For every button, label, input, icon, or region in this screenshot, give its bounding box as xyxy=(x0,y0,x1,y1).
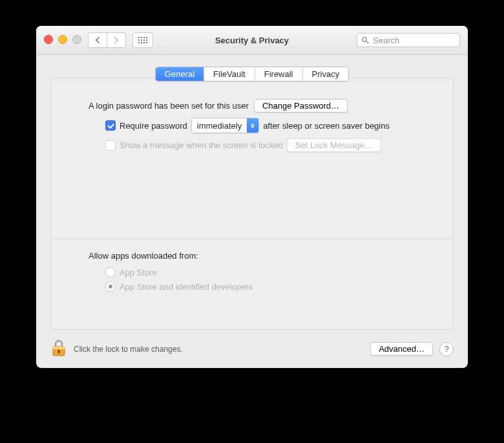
lock-text: Click the lock to make changes. xyxy=(74,345,183,354)
back-button[interactable] xyxy=(88,32,107,48)
tab-privacy[interactable]: Privacy xyxy=(303,67,349,81)
allow-appstore-label: App Store xyxy=(120,268,157,277)
password-delay-value: immediately xyxy=(192,121,247,131)
after-sleep-text: after sleep or screen saver begins xyxy=(263,121,390,131)
require-password-label: Require password xyxy=(120,121,187,131)
lock-button[interactable] xyxy=(50,339,67,359)
lock-icon xyxy=(50,339,67,357)
zoom-window-button xyxy=(72,35,81,44)
content-area: General FileVault Firewall Privacy A log… xyxy=(36,55,468,368)
allow-identified-label: App Store and identified developers xyxy=(120,282,253,292)
svg-rect-3 xyxy=(53,347,65,349)
login-password-text: A login password has been set for this u… xyxy=(89,101,249,111)
require-password-row: Require password immediately after sleep… xyxy=(105,118,434,133)
login-password-row: A login password has been set for this u… xyxy=(89,99,434,113)
change-password-button[interactable]: Change Password… xyxy=(254,99,348,113)
preferences-window: Security & Privacy General FileVault Fir… xyxy=(36,26,468,368)
allow-appstore-radio xyxy=(105,267,116,277)
tab-firewall[interactable]: Firewall xyxy=(255,67,303,81)
password-delay-select[interactable]: immediately xyxy=(191,118,259,133)
allow-identified-radio xyxy=(105,281,116,292)
show-message-label: Show a message when the screen is locked xyxy=(120,140,283,150)
svg-line-1 xyxy=(366,41,368,43)
allow-apps-heading: Allow apps downloaded from: xyxy=(89,251,434,261)
minimize-window-button[interactable] xyxy=(58,35,67,44)
chevron-left-icon xyxy=(95,37,100,43)
set-lock-message-button: Set Lock Message… xyxy=(287,138,381,152)
show-message-row: Show a message when the screen is locked… xyxy=(105,138,434,152)
allow-appstore-row: App Store xyxy=(105,267,434,277)
show-message-checkbox xyxy=(105,140,116,151)
chevron-right-icon xyxy=(114,37,119,43)
tab-box: General FileVault Firewall Privacy xyxy=(155,67,349,81)
svg-point-0 xyxy=(362,38,367,42)
show-all-button[interactable] xyxy=(132,32,153,48)
allow-identified-row: App Store and identified developers xyxy=(105,281,434,292)
tab-bar: General FileVault Firewall Privacy xyxy=(50,67,454,81)
search-icon xyxy=(361,36,369,44)
separator xyxy=(51,239,453,239)
advanced-button[interactable]: Advanced… xyxy=(370,342,433,356)
nav-buttons xyxy=(88,32,126,48)
forward-button[interactable] xyxy=(107,32,126,48)
tab-filevault[interactable]: FileVault xyxy=(204,67,255,81)
search-field[interactable] xyxy=(357,33,460,47)
require-password-checkbox[interactable] xyxy=(105,120,116,131)
svg-rect-5 xyxy=(58,351,59,354)
tab-general[interactable]: General xyxy=(156,67,204,81)
help-button[interactable]: ? xyxy=(439,342,454,356)
chevron-updown-icon xyxy=(247,118,258,133)
titlebar: Security & Privacy xyxy=(36,26,468,55)
search-input[interactable] xyxy=(372,35,456,46)
close-window-button[interactable] xyxy=(44,35,53,44)
grid-icon xyxy=(138,37,147,43)
general-panel: A login password has been set for this u… xyxy=(50,78,454,330)
footer: Click the lock to make changes. Advanced… xyxy=(50,339,454,359)
traffic-lights xyxy=(44,35,81,44)
